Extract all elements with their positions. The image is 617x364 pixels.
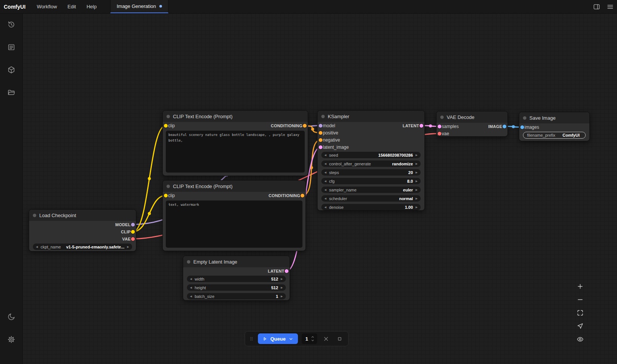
menu-edit[interactable]: Edit — [62, 0, 81, 13]
input-port-model[interactable] — [319, 124, 322, 128]
output-port-CLIP[interactable] — [131, 230, 135, 234]
node-title-bar[interactable]: CLIP Text Encode (Prompt) — [163, 111, 308, 122]
chevron-down-icon[interactable] — [288, 336, 294, 342]
increment-arrow-icon[interactable]: ▶ — [415, 188, 418, 191]
increment-arrow-icon[interactable]: ▶ — [415, 154, 418, 156]
prompt-textarea[interactable]: beautiful scenery nature glass bottle la… — [166, 131, 305, 173]
input-port-positive[interactable] — [319, 131, 322, 135]
node-clip-encode-negative[interactable]: CLIP Text Encode (Prompt)clipCONDITIONIN… — [162, 180, 306, 251]
decrement-arrow-icon[interactable]: ◀ — [324, 162, 327, 165]
node-empty-latent-image[interactable]: Empty Latent ImageLATENT◀width512▶◀heigh… — [183, 256, 290, 301]
node-link[interactable] — [133, 126, 166, 232]
pointer-navigate-icon[interactable] — [575, 321, 585, 331]
widget-batch_size[interactable]: ◀batch_size1▶ — [187, 293, 286, 299]
eye-icon[interactable] — [575, 334, 585, 344]
increment-arrow-icon[interactable]: ▶ — [280, 286, 284, 289]
input-port-vae[interactable] — [438, 132, 441, 136]
increment-arrow-icon[interactable]: ▶ — [415, 180, 418, 182]
output-port-IMAGE[interactable] — [503, 125, 506, 128]
widget-denoise[interactable]: ◀denoise1.00▶ — [321, 204, 421, 210]
menu-workflow[interactable]: Workflow — [32, 0, 62, 13]
decrement-arrow-icon[interactable]: ◀ — [324, 180, 327, 182]
graph-canvas[interactable]: Queue 1 — [23, 14, 617, 364]
menu-help[interactable]: Help — [81, 0, 102, 13]
workflows-folder-icon[interactable] — [5, 86, 18, 99]
link-midpoint-dot[interactable] — [310, 166, 313, 169]
model-library-icon[interactable] — [5, 63, 18, 76]
hamburger-menu-icon[interactable] — [603, 0, 617, 14]
increment-arrow-icon[interactable]: ▶ — [415, 197, 418, 200]
node-title-bar[interactable]: CLIP Text Encode (Prompt) — [163, 180, 305, 192]
decrement-arrow-icon[interactable]: ◀ — [324, 188, 327, 191]
input-port-latent_image[interactable] — [319, 145, 322, 149]
output-port-MODEL[interactable] — [131, 223, 135, 227]
queue-button[interactable]: Queue — [258, 333, 298, 344]
theme-moon-icon[interactable] — [5, 310, 18, 323]
zoom-out-icon[interactable] — [575, 294, 585, 305]
node-title-bar[interactable]: Save Image — [519, 112, 589, 123]
step-down-icon[interactable] — [311, 339, 315, 342]
widget-scheduler[interactable]: ◀schedulernormal▶ — [321, 195, 421, 202]
output-port-CONDITIONING[interactable] — [303, 124, 307, 128]
widget-seed[interactable]: ◀seed156680208700286▶ — [321, 152, 421, 158]
output-port-LATENT[interactable] — [285, 269, 288, 273]
decrement-arrow-icon[interactable]: ◀ — [324, 197, 327, 200]
fit-view-icon[interactable] — [575, 307, 585, 318]
batch-count-input[interactable]: 1 — [302, 333, 317, 344]
decrement-arrow-icon[interactable]: ◀ — [324, 171, 327, 174]
step-up-icon[interactable] — [311, 336, 315, 338]
node-clip-encode-positive[interactable]: CLIP Text Encode (Prompt)clipCONDITIONIN… — [162, 110, 308, 176]
node-ksampler[interactable]: KSamplermodelLATENTpositivenegativelaten… — [317, 110, 425, 211]
input-port-clip[interactable] — [164, 124, 168, 128]
decrement-arrow-icon[interactable]: ◀ — [35, 245, 39, 248]
increment-arrow-icon[interactable]: ▶ — [415, 162, 418, 165]
widget-width[interactable]: ◀width512▶ — [187, 276, 286, 282]
output-port-VAE[interactable] — [131, 237, 135, 241]
widget-height[interactable]: ◀height512▶ — [187, 284, 286, 291]
link-midpoint-dot[interactable] — [148, 212, 151, 215]
node-title-bar[interactable]: Empty Latent Image — [183, 256, 290, 267]
stop-square-icon[interactable] — [335, 334, 344, 344]
history-icon[interactable] — [5, 18, 18, 31]
input-port-clip[interactable] — [164, 194, 168, 197]
node-title-bar[interactable]: VAE Decode — [437, 111, 507, 123]
decrement-arrow-icon[interactable]: ◀ — [324, 154, 327, 156]
input-port-negative[interactable] — [319, 138, 322, 142]
node-title-bar[interactable]: Load Checkpoint — [29, 210, 136, 221]
node-load-checkpoint[interactable]: Load CheckpointMODELCLIPVAE◀ckpt_namev1-… — [29, 209, 136, 251]
zoom-in-icon[interactable] — [575, 281, 585, 292]
tab-image-generation[interactable]: Image Generation — [110, 0, 168, 13]
increment-arrow-icon[interactable]: ▶ — [280, 278, 284, 280]
link-midpoint-dot[interactable] — [512, 125, 515, 128]
output-port-CONDITIONING[interactable] — [301, 194, 304, 197]
node-link[interactable] — [133, 196, 166, 232]
drag-handle-icon[interactable] — [249, 335, 254, 342]
widget-ckpt_name[interactable]: ◀ckpt_namev1-5-pruned-emaonly.safete...▶ — [33, 244, 132, 250]
widget-steps[interactable]: ◀steps20▶ — [321, 169, 421, 176]
decrement-arrow-icon[interactable]: ◀ — [324, 206, 327, 208]
node-vae-decode[interactable]: VAE DecodesamplesIMAGEvae — [436, 111, 508, 137]
decrement-arrow-icon[interactable]: ◀ — [189, 286, 193, 289]
node-title-bar[interactable]: KSampler — [318, 111, 424, 122]
link-midpoint-dot[interactable] — [311, 128, 314, 131]
prompt-textarea[interactable]: text, watermark — [166, 201, 302, 248]
decrement-arrow-icon[interactable]: ◀ — [189, 278, 193, 280]
widget-sampler_name[interactable]: ◀sampler_nameeuler▶ — [321, 187, 421, 193]
output-port-LATENT[interactable] — [420, 124, 423, 128]
input-port-samples[interactable] — [438, 125, 441, 128]
link-midpoint-dot[interactable] — [148, 177, 151, 180]
increment-arrow-icon[interactable]: ▶ — [126, 245, 130, 248]
increment-arrow-icon[interactable]: ▶ — [280, 295, 284, 298]
input-port-images[interactable] — [520, 125, 524, 129]
link-midpoint-dot[interactable] — [429, 125, 432, 128]
increment-arrow-icon[interactable]: ▶ — [415, 171, 418, 174]
widget-control_after_generate[interactable]: ◀control_after_generaterandomize▶ — [321, 160, 421, 167]
widget-cfg[interactable]: ◀cfg8.0▶ — [321, 178, 421, 184]
interrupt-x-icon[interactable] — [321, 334, 331, 344]
increment-arrow-icon[interactable]: ▶ — [415, 206, 418, 208]
node-save-image[interactable]: Save Imageimagesfilename_prefixComfyUI — [519, 112, 590, 141]
settings-gear-icon[interactable] — [5, 333, 18, 346]
decrement-arrow-icon[interactable]: ◀ — [189, 295, 193, 298]
widget-filename_prefix[interactable]: filename_prefixComfyUI — [523, 132, 586, 139]
queue-icon[interactable] — [5, 41, 18, 54]
